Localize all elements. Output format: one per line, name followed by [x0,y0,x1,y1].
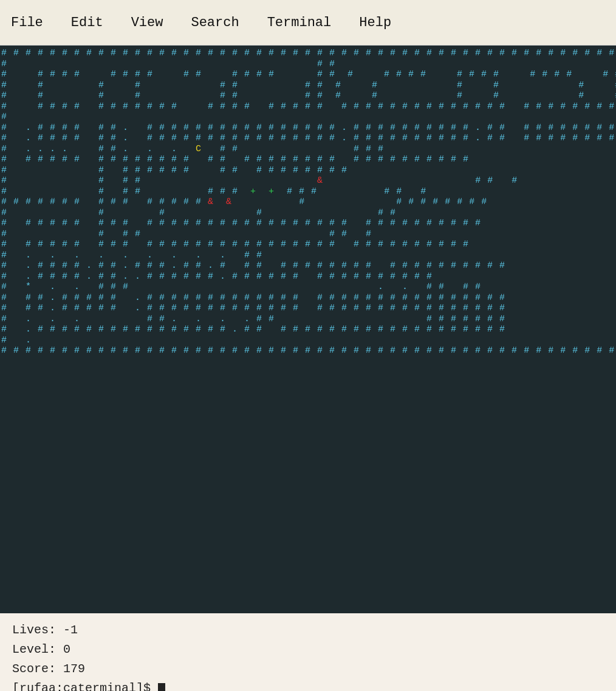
lives-line: Lives: -1 [12,621,604,640]
lives-value: -1 [63,623,78,637]
menu-file[interactable]: File [6,12,48,33]
level-line: Level: 0 [12,640,604,659]
terminal-content: # # # # # # # # # # # # # # # # # # # # … [1,48,615,356]
terminal-display: # # # # # # # # # # # # # # # # # # # # … [0,46,616,613]
status-bar: Lives: -1 Level: 0 Score: 179 [rufaa:cat… [0,613,616,691]
score-label: Score: [12,662,56,676]
cursor-block [158,683,165,691]
score-value: 179 [63,662,85,676]
menu-search[interactable]: Search [186,12,244,33]
level-value: 0 [63,642,70,656]
level-label: Level: [12,642,56,656]
menu-edit[interactable]: Edit [66,12,108,33]
shell-prompt: [rufaa:caterminal]$ [12,681,158,691]
menu-help[interactable]: Help [354,12,396,33]
lives-label: Lives: [12,623,56,637]
menu-view[interactable]: View [126,12,168,33]
menu-terminal[interactable]: Terminal [262,12,337,33]
menu-bar: File Edit View Search Terminal Help [0,0,616,46]
score-line: Score: 179 [12,659,604,679]
prompt-line: [rufaa:caterminal]$ [12,679,604,691]
